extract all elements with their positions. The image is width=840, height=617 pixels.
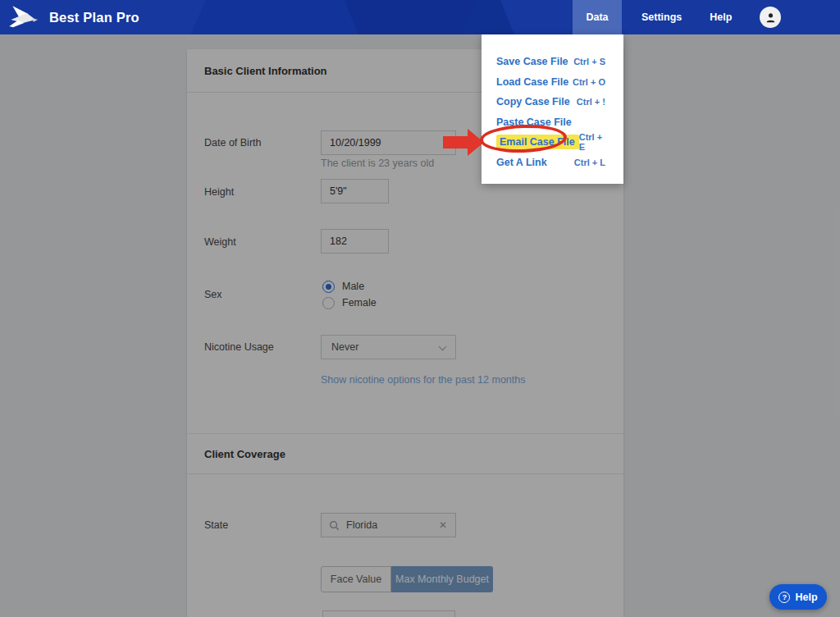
menu-item-shortcut: Ctrl + O — [573, 77, 605, 87]
user-icon — [765, 11, 777, 24]
nav-item-help[interactable]: Help — [701, 0, 740, 34]
menu-item-save-case-file[interactable]: Save Case File Ctrl + S — [482, 52, 623, 72]
help-floating-button[interactable]: ? Help — [769, 584, 827, 610]
navbar-decoration — [341, 0, 520, 34]
nav-menu: Data Settings Help — [573, 0, 781, 34]
dove-logo-icon — [8, 2, 41, 33]
brand-title: Best Plan Pro — [49, 10, 139, 25]
menu-item-label: Get A Link — [496, 157, 547, 168]
menu-item-shortcut: Ctrl + L — [574, 158, 605, 167]
menu-item-label: Save Case File — [496, 56, 568, 67]
help-button-label: Help — [795, 592, 817, 603]
menu-item-shortcut: Ctrl + ! — [577, 97, 605, 107]
nav-item-settings[interactable]: Settings — [633, 0, 690, 34]
menu-item-load-case-file[interactable]: Load Case File Ctrl + O — [482, 72, 623, 93]
menu-item-copy-case-file[interactable]: Copy Case File Ctrl + ! — [482, 92, 623, 112]
question-circle-icon: ? — [778, 592, 790, 603]
red-arrow-annotation — [443, 128, 486, 158]
nav-item-data[interactable]: Data — [573, 0, 622, 34]
data-dropdown-menu: Save Case File Ctrl + S Load Case File C… — [482, 34, 623, 184]
dim-overlay — [0, 34, 840, 617]
user-avatar[interactable] — [760, 7, 781, 28]
menu-item-label: Copy Case File — [496, 96, 570, 107]
top-navbar: Best Plan Pro Data Settings Help — [0, 0, 840, 34]
menu-item-shortcut: Ctrl + E — [579, 132, 605, 152]
menu-item-label: Load Case File — [496, 76, 568, 88]
brand[interactable]: Best Plan Pro — [8, 0, 139, 34]
menu-item-shortcut: Ctrl + S — [573, 57, 605, 66]
menu-item-get-a-link[interactable]: Get A Link Ctrl + L — [482, 153, 623, 173]
